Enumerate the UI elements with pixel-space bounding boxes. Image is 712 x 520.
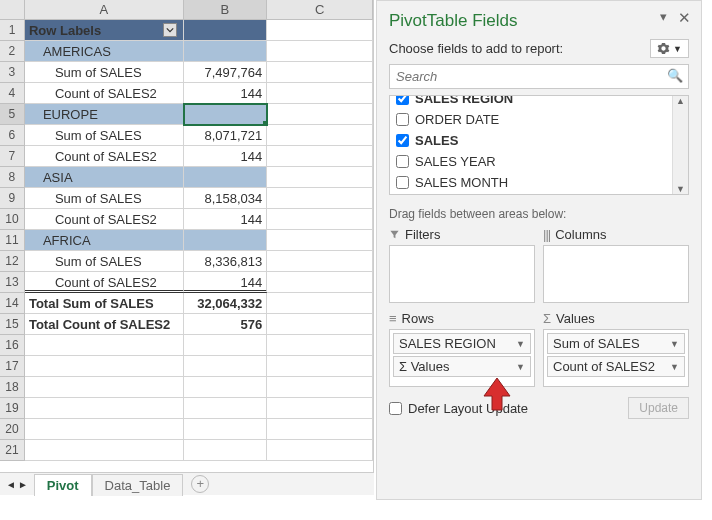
total-count-label[interactable]: Total Count of SALES2 (25, 314, 184, 335)
columns-icon: ||| (543, 227, 550, 242)
close-icon[interactable]: ✕ (678, 9, 691, 27)
pivottable-fields-panel: ▾ ✕ PivotTable Fields Choose fields to a… (376, 0, 702, 500)
gear-icon (657, 42, 670, 55)
columns-area[interactable] (543, 245, 689, 303)
filter-icon (389, 229, 400, 240)
update-button[interactable]: Update (628, 397, 689, 419)
scrollbar[interactable]: ▲▼ (672, 96, 688, 194)
field-checkbox[interactable] (396, 95, 409, 105)
tab-pivot[interactable]: Pivot (34, 474, 92, 496)
spreadsheet: A B C 1 Row Labels 2AMERICAS 3Sum of SAL… (0, 0, 374, 472)
field-checkbox[interactable] (396, 176, 409, 189)
field-chip[interactable]: SALES REGION▼ (393, 333, 531, 354)
col-header-c[interactable]: C (267, 0, 373, 19)
select-all-corner[interactable] (0, 0, 25, 19)
values-icon: Σ (543, 311, 551, 326)
column-headers: A B C (0, 0, 373, 20)
filters-area[interactable] (389, 245, 535, 303)
group-name[interactable]: AMERICAS (25, 41, 184, 62)
search-icon: 🔍 (667, 68, 683, 83)
col-header-b[interactable]: B (184, 0, 268, 19)
panel-options-icon[interactable]: ▾ (660, 9, 667, 24)
field-chip[interactable]: Sum of SALES▼ (547, 333, 685, 354)
rows-icon: ≡ (389, 311, 397, 326)
values-area[interactable]: Sum of SALES▼ Count of SALES2▼ (543, 329, 689, 387)
field-chip[interactable]: Count of SALES2▼ (547, 356, 685, 377)
tab-nav[interactable]: ◄► (0, 479, 34, 490)
field-checkbox[interactable] (396, 113, 409, 126)
field-chip[interactable]: Σ Values▼ (393, 356, 531, 377)
tools-button[interactable]: ▼ (650, 39, 689, 58)
field-checkbox[interactable] (396, 155, 409, 168)
chevron-down-icon: ▼ (516, 362, 525, 372)
field-list[interactable]: SALES REGION ORDER DATE SALES SALES YEAR… (389, 95, 689, 195)
field-checkbox[interactable] (396, 134, 409, 147)
chevron-down-icon: ▼ (516, 339, 525, 349)
total-sum-label[interactable]: Total Sum of SALES (25, 293, 184, 314)
panel-title: PivotTable Fields (389, 11, 689, 31)
defer-update-checkbox[interactable]: Defer Layout Update (389, 401, 528, 416)
col-header-a[interactable]: A (25, 0, 184, 19)
add-sheet-button[interactable]: + (191, 475, 209, 493)
tab-data-table[interactable]: Data_Table (92, 474, 184, 496)
chevron-down-icon: ▼ (670, 339, 679, 349)
search-input[interactable] (389, 64, 689, 89)
drag-instruction: Drag fields between areas below: (389, 207, 689, 221)
group-name[interactable]: EUROPE (25, 104, 184, 125)
filter-dropdown-icon[interactable] (163, 23, 177, 37)
rows-area[interactable]: SALES REGION▼ Σ Values▼ (389, 329, 535, 387)
sheet-tabs: ◄► Pivot Data_Table + (0, 472, 374, 495)
chevron-down-icon: ▼ (670, 362, 679, 372)
active-cell[interactable] (184, 104, 268, 125)
panel-subtitle: Choose fields to add to report: (389, 41, 563, 56)
pivot-header[interactable]: Row Labels (25, 20, 184, 41)
